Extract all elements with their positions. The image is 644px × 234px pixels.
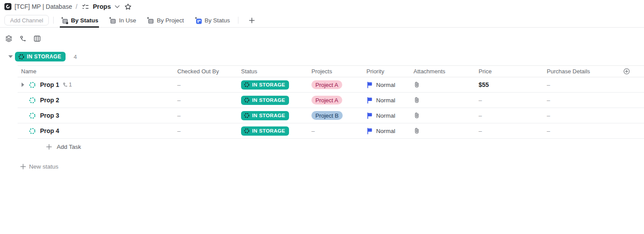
price-cell[interactable]: – bbox=[479, 112, 547, 119]
price-cell[interactable]: – bbox=[479, 97, 547, 104]
dashed-circle-icon bbox=[244, 97, 249, 103]
attachments-cell[interactable] bbox=[413, 112, 479, 119]
task-name[interactable]: Prop 4 bbox=[40, 127, 59, 134]
attachments-cell[interactable] bbox=[413, 81, 479, 88]
name-cell: Prop 2 bbox=[18, 97, 177, 104]
attachments-cell[interactable] bbox=[413, 127, 479, 134]
table-view-icon bbox=[61, 17, 69, 24]
checked-out-by-cell[interactable]: – bbox=[177, 97, 241, 104]
price-cell[interactable]: – bbox=[479, 128, 547, 134]
attachments-cell[interactable] bbox=[413, 97, 479, 104]
flag-icon bbox=[366, 112, 373, 119]
collapse-caret-icon[interactable] bbox=[6, 54, 15, 59]
purchase-details-cell[interactable]: – bbox=[547, 82, 622, 88]
dashed-circle-icon bbox=[244, 113, 249, 118]
divider bbox=[53, 17, 54, 24]
checked-out-by-cell[interactable]: – bbox=[177, 112, 241, 119]
expand-caret-icon[interactable] bbox=[20, 82, 26, 88]
projects-cell[interactable]: – bbox=[311, 127, 366, 135]
project-pill[interactable]: Project A bbox=[311, 96, 342, 104]
priority-label: Normal bbox=[376, 82, 395, 88]
status-label: IN STORAGE bbox=[252, 113, 285, 118]
plus-icon bbox=[20, 164, 26, 169]
projects-cell[interactable]: Project A bbox=[311, 80, 366, 89]
new-status-button[interactable]: New status bbox=[20, 163, 59, 170]
purchase-details-cell[interactable]: – bbox=[547, 97, 622, 104]
purchase-details-cell[interactable]: – bbox=[547, 112, 622, 119]
tab-by-status-2[interactable]: By Status bbox=[194, 13, 231, 27]
checked-out-by-cell[interactable]: – bbox=[177, 128, 241, 134]
tab-in-use[interactable]: In Use bbox=[108, 13, 137, 27]
price-cell[interactable]: $55 bbox=[479, 81, 547, 88]
task-name[interactable]: Prop 2 bbox=[40, 97, 59, 104]
status-ring-icon[interactable] bbox=[29, 97, 36, 104]
status-ring-icon[interactable] bbox=[29, 82, 36, 88]
breadcrumb-workspace[interactable]: [TCF] MP | Database bbox=[15, 3, 72, 10]
table-row: Prop 1 1 – IN STORAGE Project A N bbox=[18, 77, 644, 93]
priority-cell[interactable]: Normal bbox=[366, 97, 413, 104]
workspace-logo-icon[interactable] bbox=[4, 3, 11, 10]
tab-by-project[interactable]: By Project bbox=[146, 13, 185, 27]
projects-cell[interactable]: Project A bbox=[311, 96, 366, 104]
tab-label: By Project bbox=[157, 17, 184, 24]
table-view-icon bbox=[109, 17, 117, 24]
task-name[interactable]: Prop 3 bbox=[40, 112, 59, 119]
tab-label: In Use bbox=[119, 17, 136, 24]
status-label: IN STORAGE bbox=[252, 97, 285, 103]
priority-cell[interactable]: Normal bbox=[366, 82, 413, 88]
tab-label: By Status bbox=[205, 17, 230, 24]
add-view-button[interactable] bbox=[248, 17, 256, 24]
task-name[interactable]: Prop 1 bbox=[40, 81, 59, 88]
add-task-label: Add Task bbox=[57, 144, 81, 150]
tab-label: By Status bbox=[71, 17, 98, 24]
column-header-purchase-details[interactable]: Purchase Details bbox=[547, 68, 622, 75]
status-ring-icon[interactable] bbox=[29, 112, 36, 119]
add-column-icon[interactable] bbox=[622, 67, 631, 76]
add-channel-button[interactable]: Add Channel bbox=[4, 15, 49, 25]
status-cell: IN STORAGE bbox=[241, 126, 311, 136]
column-header-priority[interactable]: Priority bbox=[366, 68, 413, 75]
checked-out-by-cell[interactable]: – bbox=[177, 82, 241, 88]
layers-icon[interactable] bbox=[4, 34, 14, 43]
status-badge[interactable]: IN STORAGE bbox=[241, 111, 289, 120]
group-status-badge[interactable]: IN STORAGE bbox=[15, 52, 66, 61]
chevron-down-icon[interactable] bbox=[114, 4, 121, 9]
star-icon[interactable] bbox=[124, 3, 132, 11]
tab-by-status-1[interactable]: By Status bbox=[60, 13, 99, 27]
priority-cell[interactable]: Normal bbox=[366, 112, 413, 119]
column-header-status[interactable]: Status bbox=[241, 68, 311, 75]
paperclip-icon bbox=[413, 97, 420, 104]
flag-icon bbox=[366, 128, 373, 134]
table-view-icon bbox=[146, 17, 154, 24]
status-cell: IN STORAGE bbox=[241, 96, 311, 105]
column-header-projects[interactable]: Projects bbox=[311, 68, 366, 75]
project-pill[interactable]: Project A bbox=[311, 80, 342, 89]
dashed-circle-icon bbox=[244, 82, 249, 87]
group-status-label: IN STORAGE bbox=[27, 54, 61, 60]
checklist-icon bbox=[81, 3, 90, 11]
paperclip-icon bbox=[413, 112, 420, 119]
priority-cell[interactable]: Normal bbox=[366, 128, 413, 134]
name-cell: Prop 3 bbox=[18, 112, 177, 119]
column-header-checked-out-by[interactable]: Checked Out By bbox=[177, 68, 241, 75]
purchase-details-cell[interactable]: – bbox=[547, 128, 622, 134]
status-ring-icon[interactable] bbox=[29, 128, 36, 134]
page-title: Props bbox=[93, 3, 111, 10]
status-group-header: IN STORAGE 4 bbox=[0, 50, 644, 63]
add-task-button[interactable]: Add Task bbox=[46, 139, 644, 155]
columns-icon[interactable] bbox=[33, 34, 42, 43]
group-count: 4 bbox=[73, 54, 77, 60]
table-row: Prop 4 – IN STORAGE – Normal bbox=[18, 123, 644, 139]
project-pill[interactable]: Project B bbox=[311, 111, 343, 120]
projects-cell[interactable]: Project B bbox=[311, 111, 366, 120]
column-header-attachments[interactable]: Attachments bbox=[413, 68, 479, 75]
status-badge[interactable]: IN STORAGE bbox=[241, 80, 289, 90]
subtask-count[interactable]: 1 bbox=[62, 82, 72, 88]
column-header-name[interactable]: Name bbox=[18, 68, 177, 75]
flag-icon bbox=[366, 82, 373, 88]
status-badge[interactable]: IN STORAGE bbox=[241, 96, 289, 105]
column-header-price[interactable]: Price bbox=[479, 68, 547, 75]
subtasks-icon[interactable] bbox=[18, 34, 28, 43]
status-badge[interactable]: IN STORAGE bbox=[241, 126, 289, 136]
new-status-label: New status bbox=[29, 163, 59, 170]
